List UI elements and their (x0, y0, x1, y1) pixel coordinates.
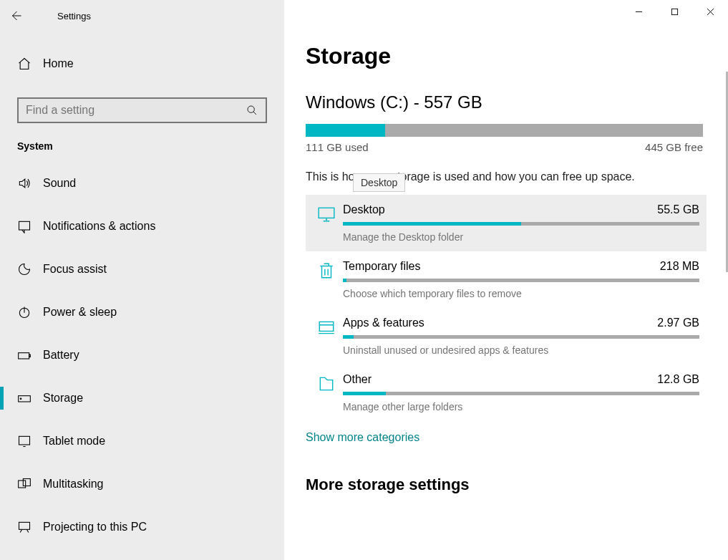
disk-used-label: 111 GB used (306, 141, 369, 153)
sidebar-item-label: Tablet mode (43, 435, 105, 448)
close-icon (707, 8, 714, 16)
category-size: 218 MB (660, 260, 699, 273)
disk-usage-bar (306, 124, 703, 137)
category-desc: Manage the Desktop folder (343, 231, 699, 243)
storage-icon (17, 391, 43, 405)
sidebar-item-label: Storage (43, 392, 83, 405)
sidebar-item-label: Focus assist (43, 263, 107, 276)
disk-free-label: 445 GB free (645, 141, 703, 153)
power-icon (17, 305, 43, 319)
tablet-icon (17, 434, 43, 448)
category-bar (343, 335, 699, 339)
sidebar-item-label: Battery (43, 349, 79, 362)
svg-rect-7 (19, 436, 30, 445)
minimize-button[interactable] (621, 0, 656, 23)
disk-title: Windows (C:) - 557 GB (306, 92, 707, 112)
main-content: Storage Windows (C:) - 557 GB 111 GB use… (284, 0, 728, 560)
sidebar-item-sound[interactable]: Sound (0, 162, 284, 205)
tooltip: Desktop (353, 173, 405, 192)
category-apps-features[interactable]: Apps & features2.97 GB Uninstall unused … (306, 308, 707, 365)
category-name: Other (343, 373, 372, 386)
sidebar-item-label: Multitasking (43, 478, 103, 491)
show-more-link[interactable]: Show more categories (306, 431, 419, 444)
category-other[interactable]: Other12.8 GB Manage other large folders (306, 365, 707, 421)
search-input[interactable] (17, 97, 267, 123)
svg-rect-3 (19, 353, 29, 359)
svg-rect-1 (19, 221, 30, 230)
arrow-left-icon (9, 9, 22, 22)
focus-assist-icon (17, 262, 43, 276)
sidebar-item-label: Power & sleep (43, 306, 117, 319)
sidebar-item-label: Sound (43, 177, 76, 190)
category-name: Temporary files (343, 260, 420, 273)
sidebar-item-power-sleep[interactable]: Power & sleep (0, 291, 284, 334)
category-size: 2.97 GB (657, 317, 699, 329)
sidebar-item-multitasking[interactable]: Multitasking (0, 463, 284, 506)
close-button[interactable] (692, 0, 728, 23)
sidebar-home[interactable]: Home (0, 46, 284, 82)
folder-icon (310, 373, 343, 393)
sidebar-item-label: Projecting to this PC (43, 521, 147, 534)
sidebar-item-storage[interactable]: Storage (0, 377, 284, 420)
search-field[interactable] (26, 104, 246, 117)
window-controls (621, 0, 728, 23)
category-bar (343, 392, 699, 395)
category-size: 12.8 GB (657, 373, 699, 386)
notifications-icon (17, 219, 43, 233)
sidebar-item-label: Notifications & actions (43, 220, 155, 233)
titlebar: Settings (0, 0, 284, 32)
home-icon (17, 57, 43, 71)
sidebar-item-projecting[interactable]: Projecting to this PC (0, 506, 284, 549)
svg-rect-9 (23, 479, 30, 486)
minimize-icon (635, 8, 643, 16)
page-title: Storage (306, 43, 707, 69)
desktop-icon (310, 203, 343, 223)
category-desktop[interactable]: Desktop55.5 GB Manage the Desktop folder (306, 195, 707, 251)
category-desc: Uninstall unused or undesired apps & fea… (343, 344, 699, 356)
sidebar: Settings Home System Sound Notifications… (0, 0, 284, 560)
sound-icon (17, 176, 43, 190)
svg-rect-8 (19, 481, 26, 488)
disk-used-bar (306, 124, 385, 137)
maximize-button[interactable] (656, 0, 692, 23)
multitasking-icon (17, 477, 43, 491)
projecting-icon (17, 520, 43, 534)
sidebar-item-notifications[interactable]: Notifications & actions (0, 205, 284, 248)
svg-rect-4 (29, 354, 31, 357)
category-bar (343, 279, 699, 282)
sidebar-item-focus-assist[interactable]: Focus assist (0, 248, 284, 291)
apps-icon (310, 317, 343, 337)
battery-icon (17, 348, 43, 362)
category-name: Apps & features (343, 317, 424, 329)
svg-point-0 (248, 106, 254, 112)
home-label: Home (43, 57, 74, 70)
sidebar-item-tablet-mode[interactable]: Tablet mode (0, 420, 284, 463)
sidebar-item-battery[interactable]: Battery (0, 334, 284, 377)
section-header: System (0, 123, 284, 162)
category-temporary-files[interactable]: Temporary files218 MB Choose which tempo… (306, 251, 707, 308)
search-icon (246, 105, 258, 116)
category-name: Desktop (343, 203, 385, 216)
svg-rect-12 (319, 208, 334, 218)
svg-rect-11 (671, 9, 677, 14)
svg-rect-10 (19, 522, 30, 529)
category-desc: Choose which temporary files to remove (343, 288, 699, 299)
svg-point-6 (20, 398, 21, 400)
more-settings-heading: More storage settings (306, 475, 707, 494)
maximize-icon (671, 8, 679, 16)
back-button[interactable] (0, 0, 31, 32)
trash-icon (310, 260, 343, 280)
svg-rect-13 (319, 322, 334, 331)
category-desc: Manage other large folders (343, 401, 699, 412)
app-title: Settings (31, 11, 91, 21)
category-size: 55.5 GB (657, 203, 699, 216)
category-bar (343, 222, 699, 226)
